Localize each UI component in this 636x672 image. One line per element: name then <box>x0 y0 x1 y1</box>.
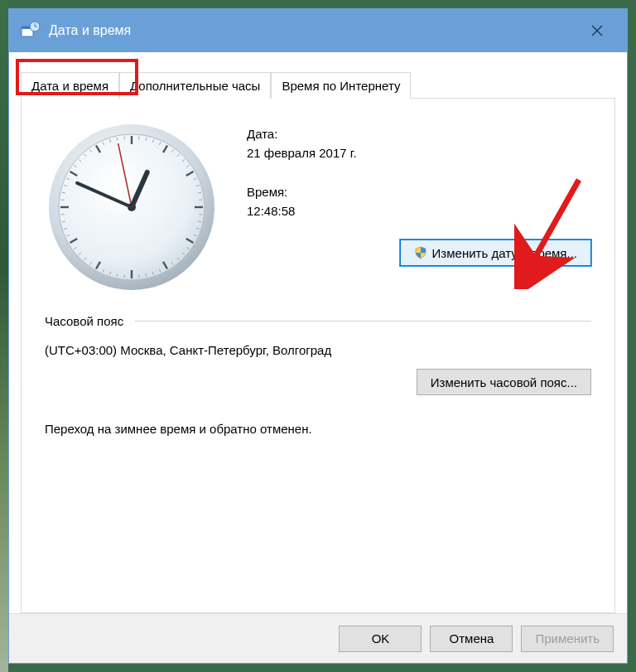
divider <box>135 321 591 321</box>
analog-clock <box>45 120 219 294</box>
dialog-buttons: OK Отмена Применить <box>9 613 627 663</box>
close-icon <box>591 25 603 36</box>
window-title: Дата и время <box>49 23 579 38</box>
button-label: OK <box>372 631 390 645</box>
tab-row: Дата и время Дополнительные часы Время п… <box>9 52 627 99</box>
tab-date-time[interactable]: Дата и время <box>21 72 119 99</box>
cancel-button[interactable]: Отмена <box>430 626 513 652</box>
button-label: Изменить часовой пояс... <box>431 375 577 389</box>
date-time-icon <box>21 21 41 41</box>
tab-label: Дополнительные часы <box>130 79 260 93</box>
tab-additional-clocks[interactable]: Дополнительные часы <box>119 72 271 99</box>
ok-button[interactable]: OK <box>339 626 422 652</box>
apply-button[interactable]: Применить <box>521 626 614 652</box>
svg-point-72 <box>128 203 136 211</box>
titlebar: Дата и время <box>9 9 627 52</box>
dst-status-text: Переход на зимнее время и обратно отмене… <box>45 422 591 436</box>
tab-label: Время по Интернету <box>282 79 400 93</box>
tab-label: Дата и время <box>31 79 108 93</box>
change-timezone-button[interactable]: Изменить часовой пояс... <box>417 369 591 395</box>
button-label: Изменить дату и время... <box>432 246 577 260</box>
change-date-time-button[interactable]: Изменить дату и время... <box>400 239 591 266</box>
button-label: Отмена <box>450 631 494 645</box>
date-time-window: Дата и время Дата и время Дополнительные… <box>8 8 628 664</box>
tab-internet-time[interactable]: Время по Интернету <box>271 72 411 99</box>
desktop-wallpaper-strip <box>0 0 8 672</box>
time-value: 12:48:58 <box>247 204 591 218</box>
timezone-section-label: Часовой пояс <box>45 314 123 328</box>
button-label: Применить <box>535 631 600 645</box>
uac-shield-icon <box>414 246 427 259</box>
tab-panel-date-time: Дата: 21 февраля 2017 г. Время: 12:48:58 <box>21 98 615 613</box>
close-button[interactable] <box>579 14 615 47</box>
time-label: Время: <box>247 185 591 199</box>
date-label: Дата: <box>247 127 591 141</box>
timezone-value: (UTC+03:00) Москва, Санкт-Петербург, Вол… <box>45 343 591 357</box>
date-value: 21 февраля 2017 г. <box>247 146 591 160</box>
